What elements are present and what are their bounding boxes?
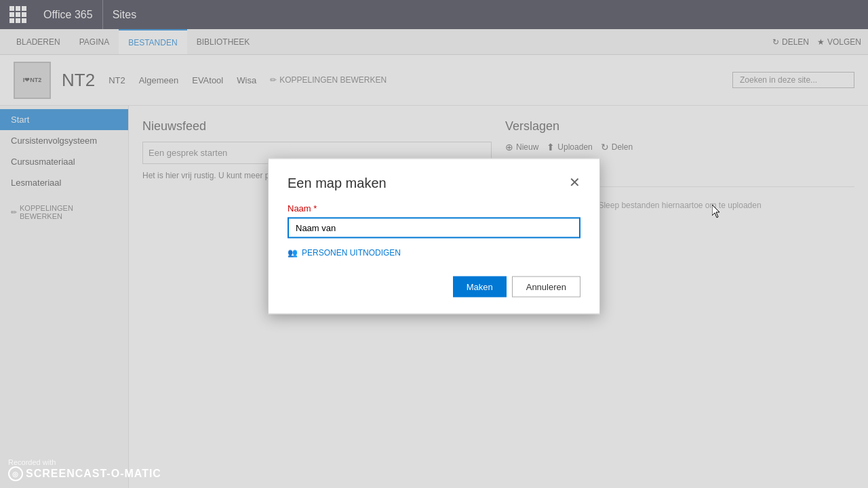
dialog-title: Een map maken bbox=[288, 176, 387, 191]
dialog-invite-persons[interactable]: 👥 PERSONEN UITNODIGEN bbox=[288, 248, 580, 258]
dialog-make-button[interactable]: Maken bbox=[453, 277, 507, 298]
dialog-close-button[interactable]: ✕ bbox=[569, 176, 580, 189]
dialog-header: Een map maken ✕ bbox=[288, 176, 580, 191]
dialog-buttons: Maken Annuleren bbox=[288, 277, 580, 298]
dialog-cancel-button[interactable]: Annuleren bbox=[512, 277, 580, 298]
screencast-watermark: Recorded with ◎ SCREENCAST-O-MATIC bbox=[8, 458, 161, 481]
persons-icon: 👥 bbox=[288, 248, 298, 258]
dialog-field-label: Naam * bbox=[288, 203, 580, 214]
screencast-logo: ◎ bbox=[8, 466, 23, 481]
dialog-name-input[interactable] bbox=[288, 218, 580, 239]
create-folder-dialog: Een map maken ✕ Naam * 👥 PERSONEN UITNOD… bbox=[268, 159, 600, 314]
